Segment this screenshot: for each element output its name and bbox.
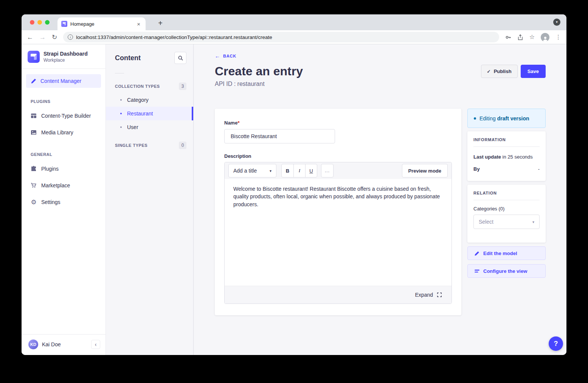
- minimize-window-button[interactable]: [37, 20, 42, 25]
- site-info-icon[interactable]: i: [68, 34, 73, 40]
- pencil-icon: [474, 250, 480, 256]
- edit-model-label: Edit the model: [483, 251, 517, 256]
- categories-select[interactable]: Select ▾: [473, 215, 540, 229]
- sidebar-divider: [22, 69, 105, 69]
- sidebar-footer: KD Kai Doe ‹: [22, 334, 105, 355]
- last-update-value: in 25 seconds: [503, 154, 533, 160]
- back-link[interactable]: ← BACK: [215, 53, 546, 59]
- save-label: Save: [527, 69, 539, 74]
- subnav-item-label: User: [127, 124, 138, 130]
- subnav-item-user[interactable]: User: [106, 120, 193, 134]
- subnav-item-category[interactable]: Category: [106, 93, 193, 107]
- information-panel: INFORMATION Last update in 25 seconds By…: [467, 131, 546, 181]
- brand: Strapi Dashboard Workplace: [22, 44, 105, 69]
- by-label: By: [473, 166, 480, 172]
- status-dot-icon: [474, 117, 476, 120]
- search-button[interactable]: [174, 52, 186, 64]
- browser-profile-chevron-icon[interactable]: ▼: [553, 19, 560, 26]
- sidebar-item-plugins[interactable]: Plugins: [22, 160, 105, 177]
- browser-menu-icon[interactable]: ⋮: [555, 34, 561, 40]
- name-field-label: Name*: [224, 120, 239, 126]
- search-icon: [178, 55, 183, 61]
- api-id-subtitle: API ID : restaurant: [215, 81, 303, 87]
- user-name: Kai Doe: [42, 341, 87, 347]
- bold-button[interactable]: B: [282, 164, 293, 177]
- edit-model-button[interactable]: Edit the model: [467, 246, 546, 260]
- sidebar-item-settings[interactable]: ⚙ Settings: [22, 194, 105, 210]
- subnav-item-restaurant[interactable]: Restaurant: [106, 107, 193, 120]
- sidebar-section-plugins: PLUGINS: [31, 99, 105, 104]
- brand-subtitle: Workplace: [43, 58, 88, 63]
- help-button[interactable]: ?: [549, 336, 563, 351]
- password-key-icon[interactable]: [505, 34, 511, 40]
- sidebar-item-content-manager[interactable]: Content Manager: [26, 74, 101, 88]
- rich-text-editor: Add a title ▾ B I U ... Preview mode: [224, 162, 452, 304]
- subnav-item-label: Category: [127, 97, 149, 103]
- more-formats-button[interactable]: ...: [321, 164, 334, 177]
- bullet-icon: [120, 99, 122, 101]
- main-sidebar: Strapi Dashboard Workplace Content Manag…: [22, 44, 106, 355]
- collection-types-header: COLLECTION TYPES: [115, 84, 160, 89]
- description-text: Welcome to Biscotte restaurant! Restaura…: [233, 185, 443, 208]
- cart-icon: [31, 182, 37, 188]
- url-bar[interactable]: i localhost:1337/admin/content-manager/c…: [63, 32, 499, 42]
- underline-button[interactable]: U: [305, 164, 317, 177]
- sidebar-item-content-type-builder[interactable]: Content-Type Builder: [22, 107, 105, 124]
- browser-avatar-icon[interactable]: [541, 33, 549, 42]
- chevron-down-icon: ▾: [532, 220, 534, 224]
- reload-icon[interactable]: ↻: [52, 34, 57, 40]
- sidebar-item-label: Content-Type Builder: [41, 113, 91, 119]
- new-tab-button[interactable]: +: [155, 18, 166, 28]
- by-row: By -: [473, 166, 540, 172]
- tab-strip: Homepage × + ▼: [22, 14, 566, 30]
- zoom-window-button[interactable]: [45, 20, 50, 25]
- categories-label: Categories (0): [473, 206, 540, 212]
- sidebar-item-label: Media Library: [41, 129, 73, 135]
- page-title: Create an entry: [215, 64, 303, 78]
- close-window-button[interactable]: [30, 20, 34, 25]
- bookmark-star-icon[interactable]: ☆: [529, 34, 535, 40]
- configure-view-label: Configure the view: [483, 268, 527, 274]
- configure-view-button[interactable]: Configure the view: [467, 264, 546, 278]
- description-textarea[interactable]: Welcome to Biscotte restaurant! Restaura…: [225, 179, 451, 286]
- back-nav-icon[interactable]: ←: [27, 34, 33, 40]
- strapi-logo-icon: [28, 51, 40, 63]
- active-indicator: [192, 107, 193, 120]
- gear-icon: ⚙: [31, 199, 37, 205]
- name-input[interactable]: [224, 129, 335, 143]
- sidebar-item-marketplace[interactable]: Marketplace: [22, 177, 105, 194]
- last-update-label: Last update: [473, 154, 501, 160]
- tab-close-icon[interactable]: ×: [135, 20, 142, 28]
- single-types-header: SINGLE TYPES: [115, 143, 147, 148]
- browser-tab[interactable]: Homepage ×: [57, 17, 146, 30]
- strapi-app: Strapi Dashboard Workplace Content Manag…: [22, 44, 566, 355]
- relation-header: RELATION: [473, 191, 540, 195]
- collapse-sidebar-button[interactable]: ‹: [91, 340, 100, 349]
- add-title-dropdown[interactable]: Add a title ▾: [228, 164, 276, 177]
- preview-mode-button[interactable]: Preview mode: [402, 164, 448, 177]
- chevron-down-icon: ▾: [270, 169, 272, 173]
- publish-button[interactable]: ✓ Publish: [481, 65, 518, 78]
- save-button[interactable]: Save: [521, 65, 546, 78]
- brand-title: Strapi Dashboard: [43, 51, 88, 57]
- relation-panel: RELATION Categories (0) Select ▾: [467, 185, 546, 243]
- italic-button[interactable]: I: [293, 164, 305, 177]
- collection-types-badge: 3: [179, 83, 186, 90]
- publish-label: Publish: [494, 69, 512, 74]
- single-types-badge: 0: [179, 142, 186, 149]
- last-update-row: Last update in 25 seconds: [473, 154, 540, 160]
- sidebar-item-label: Plugins: [41, 166, 59, 172]
- share-icon[interactable]: [517, 34, 523, 40]
- forward-nav-icon[interactable]: →: [39, 34, 46, 40]
- browser-window: Homepage × + ▼ ← → ↻ i localhost:1337/ad…: [22, 14, 566, 355]
- expand-icon[interactable]: [436, 292, 442, 298]
- editor-footer: Expand: [225, 286, 451, 304]
- draft-status-banner: Editing draft version: [467, 109, 546, 128]
- user-avatar[interactable]: KD: [28, 339, 38, 349]
- subnav-divider: [115, 73, 124, 73]
- bullet-icon: [120, 126, 122, 128]
- back-label: BACK: [223, 54, 236, 58]
- sidebar-item-media-library[interactable]: Media Library: [22, 124, 105, 141]
- collection-types-list: Category Restaurant User: [106, 93, 193, 134]
- information-header: INFORMATION: [473, 137, 540, 142]
